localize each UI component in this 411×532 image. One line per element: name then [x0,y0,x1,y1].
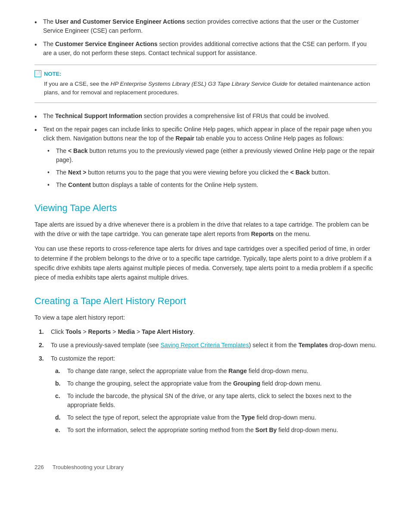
bold-content-btn: Content [68,181,91,188]
footer-text: Troubleshooting your Library [53,464,124,470]
step-2: 2. To use a previously-saved template (s… [39,341,377,350]
sub-step-b: b. To change the grouping, select the ap… [55,379,377,388]
viewing-tape-alerts-heading: Viewing Tape Alerts [34,202,377,214]
step-3-text: To customize the report: a. To change da… [51,354,377,438]
more-bullet-list: The Technical Support Information sectio… [34,112,377,190]
bullet-user-cse: The User and Customer Service Engineer A… [34,17,377,35]
bold-tools: Tools [65,328,81,335]
note-box: 📄 NOTE: If you are a CSE, see the HP Ent… [34,65,377,103]
sub-step-b-text: To change the grouping, select the appro… [67,379,322,388]
bold-back-btn2: < Back [290,169,310,176]
bold-templates: Templates [299,342,328,348]
page-footer: 226 Troubleshooting your Library [34,464,377,470]
sub-steps-list: a. To change date range, select the appr… [55,367,377,435]
bold-back-btn: < Back [68,147,88,154]
steps-list: 1. Click Tools > Reports > Media > Tape … [39,327,377,438]
step-1-num: 1. [39,327,47,336]
sub-step-a-alpha: a. [55,367,63,376]
note-italic: HP Enterprise Systems Library (ESL) G3 T… [111,81,288,87]
sub-bullet-next: The Next > button returns you to the pag… [47,168,377,177]
sub-step-e-alpha: e. [55,426,63,435]
sub-step-e-text: To sort the information, select the appr… [67,426,338,435]
creating-tape-alert-heading: Creating a Tape Alert History Report [34,296,377,307]
page-number: 226 [34,464,44,470]
bold-next-btn: Next > [68,169,86,176]
step-3-num: 3. [39,354,47,438]
bold-grouping: Grouping [233,380,260,387]
sub-step-c-text: To include the barcode, the physical SN … [67,392,377,410]
note-text: If you are a CSE, see the HP Enterprise … [44,80,377,97]
bullet-repair-pages: Text on the repair pages can include lin… [34,125,377,190]
bullet-cse-actions: The Customer Service Engineer Actions se… [34,40,377,58]
bold-media: Media [118,328,135,335]
sub-step-d: d. To select the type of report, select … [55,413,377,422]
bold-sort-by: Sort By [255,426,277,433]
bold-cse-actions: Customer Service Engineer Actions [55,40,158,47]
saving-report-link[interactable]: Saving Report Criteria Templates [160,342,249,348]
note-icon: 📄 [34,70,41,77]
viewing-tape-alerts-body: Tape alerts are issued by a drive whenev… [34,220,377,283]
bold-tape-alert-history: Tape Alert History [142,328,193,335]
note-label-text: NOTE: [44,71,61,77]
creating-intro: To view a tape alert history report: [34,313,377,322]
creating-tape-alert-body: To view a tape alert history report: 1. … [34,313,377,438]
step-1-text: Click Tools > Reports > Media > Tape Ale… [51,327,195,336]
sub-step-d-alpha: d. [55,413,63,422]
sub-step-a: a. To change date range, select the appr… [55,367,377,376]
viewing-para1: Tape alerts are issued by a drive whenev… [34,220,377,239]
sub-bullet-content: The Content button displays a table of c… [47,180,377,190]
sub-step-b-alpha: b. [55,379,63,388]
bold-range: Range [228,367,247,374]
sub-bullet-back: The < Back button returns you to the pre… [47,146,377,165]
bullet-tech-support: The Technical Support Information sectio… [34,112,377,121]
step-2-text: To use a previously-saved template (see … [51,341,377,350]
sub-step-c-alpha: c. [55,392,63,410]
step-1: 1. Click Tools > Reports > Media > Tape … [39,327,377,336]
bold-tech-support: Technical Support Information [55,112,142,119]
bold-reports-menu: Reports [88,328,111,335]
page-container: The User and Customer Service Engineer A… [0,0,411,496]
step-3: 3. To customize the report: a. To change… [39,354,377,438]
viewing-para2: You can use these reports to cross-refer… [34,244,377,283]
bold-reports: Reports [251,230,274,237]
bold-type: Type [241,414,255,421]
note-label: 📄 NOTE: [34,70,377,77]
sub-step-a-text: To change date range, select the appropr… [67,367,308,376]
sub-step-c: c. To include the barcode, the physical … [55,392,377,410]
step-2-num: 2. [39,341,47,350]
intro-bullet-list: The User and Customer Service Engineer A… [34,17,377,58]
bold-user-cse: User and Customer Service Engineer Actio… [55,18,185,25]
sub-bullet-list: The < Back button returns you to the pre… [47,146,377,190]
sub-step-e: e. To sort the information, select the a… [55,426,377,435]
bold-repair-tab: Repair [175,135,194,142]
sub-step-d-text: To select the type of report, select the… [67,413,316,422]
